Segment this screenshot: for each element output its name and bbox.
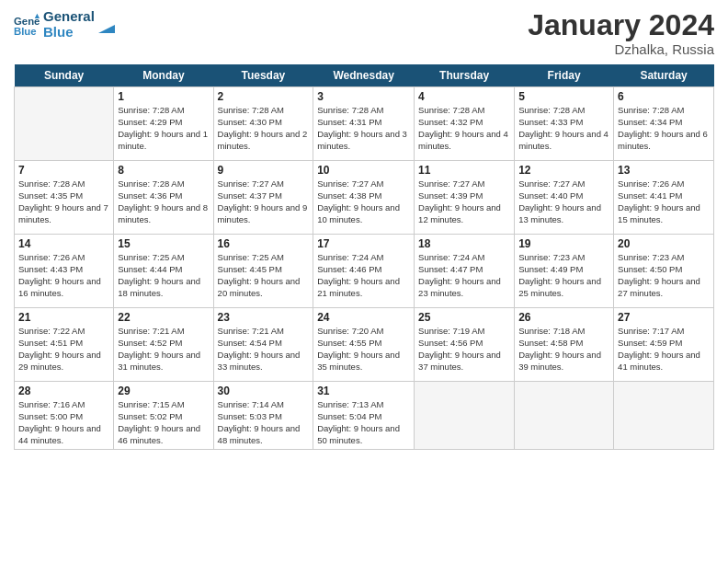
table-row: 7 Sunrise: 7:28 AM Sunset: 4:35 PM Dayli… (15, 161, 114, 235)
header: General Blue General Blue January 2024 D… (14, 9, 714, 57)
day-info: Sunrise: 7:15 AM Sunset: 5:02 PM Dayligh… (118, 399, 209, 446)
calendar-row: 7 Sunrise: 7:28 AM Sunset: 4:35 PM Dayli… (15, 161, 714, 235)
logo-general: General (43, 9, 95, 25)
header-sunday: Sunday (15, 64, 114, 87)
day-info: Sunrise: 7:23 AM Sunset: 4:49 PM Dayligh… (518, 252, 609, 299)
table-row: 11 Sunrise: 7:27 AM Sunset: 4:39 PM Dayl… (415, 161, 515, 235)
table-row: 8 Sunrise: 7:28 AM Sunset: 4:36 PM Dayli… (114, 161, 213, 235)
days-header-row: Sunday Monday Tuesday Wednesday Thursday… (15, 64, 714, 87)
svg-marker-3 (98, 25, 115, 33)
day-info: Sunrise: 7:28 AM Sunset: 4:31 PM Dayligh… (317, 105, 410, 152)
header-friday: Friday (515, 64, 614, 87)
day-number: 28 (18, 385, 109, 397)
day-info: Sunrise: 7:24 AM Sunset: 4:46 PM Dayligh… (317, 252, 410, 299)
day-number: 30 (218, 385, 310, 397)
month-title: January 2024 (528, 9, 714, 41)
day-number: 6 (618, 90, 710, 103)
table-row (415, 382, 515, 450)
day-info: Sunrise: 7:18 AM Sunset: 4:58 PM Dayligh… (518, 326, 609, 373)
logo-triangle-icon (98, 17, 115, 33)
table-row: 5 Sunrise: 7:28 AM Sunset: 4:33 PM Dayli… (515, 87, 614, 161)
logo-icon: General Blue (14, 12, 40, 38)
day-info: Sunrise: 7:21 AM Sunset: 4:52 PM Dayligh… (118, 326, 209, 373)
day-info: Sunrise: 7:28 AM Sunset: 4:34 PM Dayligh… (618, 105, 710, 152)
day-info: Sunrise: 7:25 AM Sunset: 4:45 PM Dayligh… (218, 252, 310, 299)
day-info: Sunrise: 7:14 AM Sunset: 5:03 PM Dayligh… (218, 399, 310, 446)
day-number: 23 (218, 311, 310, 324)
table-row: 24 Sunrise: 7:20 AM Sunset: 4:55 PM Dayl… (313, 308, 415, 382)
logo-blue: Blue (43, 25, 95, 40)
day-info: Sunrise: 7:26 AM Sunset: 4:41 PM Dayligh… (618, 178, 710, 225)
table-row: 25 Sunrise: 7:19 AM Sunset: 4:56 PM Dayl… (415, 308, 515, 382)
calendar-table: Sunday Monday Tuesday Wednesday Thursday… (14, 64, 714, 450)
day-number: 5 (518, 90, 609, 103)
day-number: 26 (518, 311, 609, 324)
day-info: Sunrise: 7:21 AM Sunset: 4:54 PM Dayligh… (218, 326, 310, 373)
table-row: 22 Sunrise: 7:21 AM Sunset: 4:52 PM Dayl… (114, 308, 213, 382)
day-info: Sunrise: 7:27 AM Sunset: 4:39 PM Dayligh… (418, 178, 510, 225)
day-info: Sunrise: 7:28 AM Sunset: 4:33 PM Dayligh… (518, 105, 609, 152)
day-info: Sunrise: 7:27 AM Sunset: 4:38 PM Dayligh… (317, 178, 410, 225)
title-block: January 2024 Dzhalka, Russia (528, 9, 714, 57)
day-info: Sunrise: 7:28 AM Sunset: 4:35 PM Dayligh… (18, 178, 109, 225)
day-info: Sunrise: 7:19 AM Sunset: 4:56 PM Dayligh… (418, 326, 510, 373)
day-info: Sunrise: 7:20 AM Sunset: 4:55 PM Dayligh… (317, 326, 410, 373)
day-info: Sunrise: 7:28 AM Sunset: 4:36 PM Dayligh… (118, 178, 209, 225)
day-info: Sunrise: 7:28 AM Sunset: 4:32 PM Dayligh… (418, 105, 510, 152)
day-number: 22 (118, 311, 209, 324)
day-number: 21 (18, 311, 109, 324)
table-row: 16 Sunrise: 7:25 AM Sunset: 4:45 PM Dayl… (213, 235, 313, 308)
day-info: Sunrise: 7:28 AM Sunset: 4:29 PM Dayligh… (118, 105, 209, 152)
table-row: 15 Sunrise: 7:25 AM Sunset: 4:44 PM Dayl… (114, 235, 213, 308)
calendar-row: 14 Sunrise: 7:26 AM Sunset: 4:43 PM Dayl… (15, 235, 714, 308)
day-number: 9 (218, 164, 310, 177)
table-row: 27 Sunrise: 7:17 AM Sunset: 4:59 PM Dayl… (614, 308, 714, 382)
table-row: 30 Sunrise: 7:14 AM Sunset: 5:03 PM Dayl… (213, 382, 313, 450)
table-row: 6 Sunrise: 7:28 AM Sunset: 4:34 PM Dayli… (614, 87, 714, 161)
header-thursday: Thursday (415, 64, 515, 87)
table-row (614, 382, 714, 450)
day-number: 10 (317, 164, 410, 177)
day-number: 25 (418, 311, 510, 324)
table-row: 23 Sunrise: 7:21 AM Sunset: 4:54 PM Dayl… (213, 308, 313, 382)
table-row: 9 Sunrise: 7:27 AM Sunset: 4:37 PM Dayli… (213, 161, 313, 235)
table-row: 1 Sunrise: 7:28 AM Sunset: 4:29 PM Dayli… (114, 87, 213, 161)
location: Dzhalka, Russia (528, 41, 714, 57)
table-row: 20 Sunrise: 7:23 AM Sunset: 4:50 PM Dayl… (614, 235, 714, 308)
header-saturday: Saturday (614, 64, 714, 87)
day-info: Sunrise: 7:13 AM Sunset: 5:04 PM Dayligh… (317, 399, 410, 446)
calendar-row: 1 Sunrise: 7:28 AM Sunset: 4:29 PM Dayli… (15, 87, 714, 161)
day-number: 18 (418, 237, 510, 250)
day-number: 13 (618, 164, 710, 177)
svg-text:Blue: Blue (14, 25, 37, 36)
header-wednesday: Wednesday (313, 64, 415, 87)
table-row: 18 Sunrise: 7:24 AM Sunset: 4:47 PM Dayl… (415, 235, 515, 308)
table-row: 21 Sunrise: 7:22 AM Sunset: 4:51 PM Dayl… (15, 308, 114, 382)
day-number: 17 (317, 237, 410, 250)
day-info: Sunrise: 7:24 AM Sunset: 4:47 PM Dayligh… (418, 252, 510, 299)
table-row: 26 Sunrise: 7:18 AM Sunset: 4:58 PM Dayl… (515, 308, 614, 382)
day-number: 11 (418, 164, 510, 177)
day-number: 29 (118, 385, 209, 397)
table-row: 31 Sunrise: 7:13 AM Sunset: 5:04 PM Dayl… (313, 382, 415, 450)
day-number: 2 (218, 90, 310, 103)
day-number: 12 (518, 164, 609, 177)
table-row: 28 Sunrise: 7:16 AM Sunset: 5:00 PM Dayl… (15, 382, 114, 450)
table-row (15, 87, 114, 161)
table-row: 3 Sunrise: 7:28 AM Sunset: 4:31 PM Dayli… (313, 87, 415, 161)
day-number: 1 (118, 90, 209, 103)
day-number: 4 (418, 90, 510, 103)
day-info: Sunrise: 7:25 AM Sunset: 4:44 PM Dayligh… (118, 252, 209, 299)
day-number: 16 (218, 237, 310, 250)
day-number: 24 (317, 311, 410, 324)
day-info: Sunrise: 7:23 AM Sunset: 4:50 PM Dayligh… (618, 252, 710, 299)
day-number: 31 (317, 385, 410, 397)
table-row: 10 Sunrise: 7:27 AM Sunset: 4:38 PM Dayl… (313, 161, 415, 235)
page: General Blue General Blue January 2024 D… (0, 0, 728, 563)
table-row: 13 Sunrise: 7:26 AM Sunset: 4:41 PM Dayl… (614, 161, 714, 235)
table-row: 12 Sunrise: 7:27 AM Sunset: 4:40 PM Dayl… (515, 161, 614, 235)
day-number: 20 (618, 237, 710, 250)
day-number: 27 (618, 311, 710, 324)
table-row: 2 Sunrise: 7:28 AM Sunset: 4:30 PM Dayli… (213, 87, 313, 161)
table-row: 4 Sunrise: 7:28 AM Sunset: 4:32 PM Dayli… (415, 87, 515, 161)
